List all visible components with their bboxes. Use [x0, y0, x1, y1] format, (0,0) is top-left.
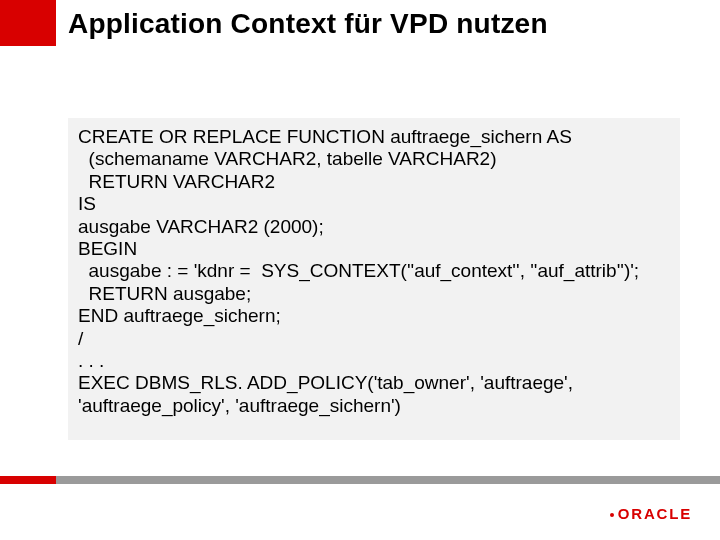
slide-title: Application Context für VPD nutzen: [68, 8, 548, 40]
code-line: RETURN ausgabe;: [78, 283, 670, 305]
code-line: EXEC DBMS_RLS. ADD_POLICY('tab_owner', '…: [78, 372, 670, 394]
footer-stripe: [0, 476, 720, 484]
footer-stripe-accent: [0, 476, 56, 484]
code-line: BEGIN: [78, 238, 670, 260]
code-line: (schemaname VARCHAR2, tabelle VARCHAR2): [78, 148, 670, 170]
code-line: RETURN VARCHAR2: [78, 171, 670, 193]
code-line: IS: [78, 193, 670, 215]
oracle-logo-text: ORACLE: [618, 505, 692, 522]
code-line: . . .: [78, 350, 670, 372]
oracle-logo-dot-icon: [610, 513, 614, 517]
slide: Application Context für VPD nutzen CREAT…: [0, 0, 720, 540]
code-line: 'auftraege_policy', 'auftraege_sichern'): [78, 395, 670, 417]
code-line: /: [78, 328, 670, 350]
code-line: CREATE OR REPLACE FUNCTION auftraege_sic…: [78, 126, 670, 148]
code-line: ausgabe : = 'kdnr = SYS_CONTEXT(''auf_co…: [78, 260, 670, 282]
footer-stripe-gray: [56, 476, 720, 484]
code-line: ausgabe VARCHAR2 (2000);: [78, 216, 670, 238]
code-block: CREATE OR REPLACE FUNCTION auftraege_sic…: [68, 118, 680, 440]
code-line: END auftraege_sichern;: [78, 305, 670, 327]
oracle-logo: ORACLE: [610, 505, 692, 522]
accent-block: [0, 0, 56, 46]
